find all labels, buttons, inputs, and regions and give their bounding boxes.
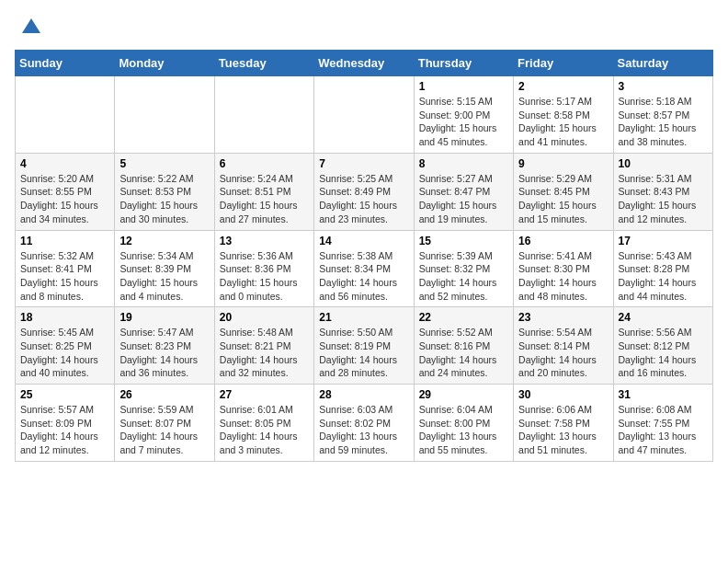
weekday-header-wednesday: Wednesday	[314, 51, 414, 76]
day-number: 19	[119, 311, 209, 324]
day-number: 11	[20, 235, 109, 247]
calendar-cell: 15Sunrise: 5:39 AMSunset: 8:32 PMDayligh…	[414, 230, 513, 307]
weekday-header-friday: Friday	[514, 51, 613, 76]
day-content: Sunrise: 6:06 AMSunset: 7:58 PMDaylight:…	[518, 403, 608, 457]
day-number: 21	[319, 311, 408, 324]
calendar-cell: 10Sunrise: 5:31 AMSunset: 8:43 PMDayligh…	[613, 153, 712, 230]
calendar-cell: 7Sunrise: 5:25 AMSunset: 8:49 PMDaylight…	[314, 153, 414, 230]
day-number: 2	[518, 80, 608, 93]
day-number: 23	[518, 311, 608, 324]
day-content: Sunrise: 6:08 AMSunset: 7:55 PMDaylight:…	[619, 403, 708, 457]
day-content: Sunrise: 6:03 AMSunset: 8:02 PMDaylight:…	[319, 403, 408, 457]
calendar-cell: 16Sunrise: 5:41 AMSunset: 8:30 PMDayligh…	[514, 230, 613, 307]
day-number: 20	[220, 311, 309, 324]
calendar-cell: 13Sunrise: 5:36 AMSunset: 8:36 PMDayligh…	[214, 230, 313, 307]
day-number: 30	[518, 388, 608, 401]
calendar-cell: 2Sunrise: 5:17 AMSunset: 8:58 PMDaylight…	[514, 76, 613, 154]
day-number: 31	[619, 388, 708, 401]
calendar-cell: 17Sunrise: 5:43 AMSunset: 8:28 PMDayligh…	[613, 230, 712, 307]
logo	[15, 15, 44, 40]
calendar-cell: 25Sunrise: 5:57 AMSunset: 8:09 PMDayligh…	[16, 385, 115, 462]
day-content: Sunrise: 5:43 AMSunset: 8:28 PMDaylight:…	[619, 249, 708, 304]
weekday-header-sunday: Sunday	[16, 51, 115, 76]
calendar-cell: 20Sunrise: 5:48 AMSunset: 8:21 PMDayligh…	[214, 307, 313, 385]
day-number: 8	[419, 157, 508, 170]
calendar-cell	[115, 76, 214, 154]
calendar-cell: 5Sunrise: 5:22 AMSunset: 8:53 PMDaylight…	[115, 153, 214, 230]
day-number: 18	[20, 311, 109, 324]
day-number: 1	[419, 80, 508, 93]
day-content: Sunrise: 5:20 AMSunset: 8:55 PMDaylight:…	[20, 172, 109, 226]
day-number: 27	[220, 388, 309, 401]
day-number: 15	[419, 235, 508, 247]
day-content: Sunrise: 5:34 AMSunset: 8:39 PMDaylight:…	[119, 249, 209, 304]
calendar-cell: 29Sunrise: 6:04 AMSunset: 8:00 PMDayligh…	[414, 385, 513, 462]
day-number: 5	[119, 157, 209, 170]
day-content: Sunrise: 6:04 AMSunset: 8:00 PMDaylight:…	[419, 403, 508, 457]
day-content: Sunrise: 5:17 AMSunset: 8:58 PMDaylight:…	[518, 95, 608, 149]
day-number: 10	[619, 157, 708, 170]
day-content: Sunrise: 5:50 AMSunset: 8:19 PMDaylight:…	[319, 326, 408, 380]
calendar-cell: 4Sunrise: 5:20 AMSunset: 8:55 PMDaylight…	[16, 153, 115, 230]
calendar-cell: 6Sunrise: 5:24 AMSunset: 8:51 PMDaylight…	[214, 153, 313, 230]
day-content: Sunrise: 5:59 AMSunset: 8:07 PMDaylight:…	[119, 403, 209, 457]
logo-icon	[18, 15, 44, 40]
day-content: Sunrise: 5:15 AMSunset: 9:00 PMDaylight:…	[419, 95, 508, 149]
day-content: Sunrise: 5:36 AMSunset: 8:36 PMDaylight:…	[220, 249, 309, 304]
day-content: Sunrise: 5:41 AMSunset: 8:30 PMDaylight:…	[518, 249, 608, 304]
day-content: Sunrise: 5:29 AMSunset: 8:45 PMDaylight:…	[518, 172, 608, 226]
calendar-cell: 3Sunrise: 5:18 AMSunset: 8:57 PMDaylight…	[613, 76, 712, 154]
day-content: Sunrise: 5:25 AMSunset: 8:49 PMDaylight:…	[319, 172, 408, 226]
calendar-cell: 22Sunrise: 5:52 AMSunset: 8:16 PMDayligh…	[414, 307, 513, 385]
day-number: 24	[619, 311, 708, 324]
day-content: Sunrise: 5:45 AMSunset: 8:25 PMDaylight:…	[20, 326, 109, 380]
day-number: 17	[619, 235, 708, 247]
day-number: 4	[20, 157, 109, 170]
calendar-cell: 23Sunrise: 5:54 AMSunset: 8:14 PMDayligh…	[514, 307, 613, 385]
weekday-header-saturday: Saturday	[613, 51, 712, 76]
calendar-header: SundayMondayTuesdayWednesdayThursdayFrid…	[16, 51, 713, 76]
calendar-cell: 1Sunrise: 5:15 AMSunset: 9:00 PMDaylight…	[414, 76, 513, 154]
day-content: Sunrise: 5:27 AMSunset: 8:47 PMDaylight:…	[419, 172, 508, 226]
day-content: Sunrise: 5:57 AMSunset: 8:09 PMDaylight:…	[20, 403, 109, 457]
day-number: 25	[20, 388, 109, 401]
calendar-cell: 8Sunrise: 5:27 AMSunset: 8:47 PMDaylight…	[414, 153, 513, 230]
calendar-cell: 30Sunrise: 6:06 AMSunset: 7:58 PMDayligh…	[514, 385, 613, 462]
day-number: 28	[319, 388, 408, 401]
calendar-cell: 18Sunrise: 5:45 AMSunset: 8:25 PMDayligh…	[16, 307, 115, 385]
calendar-cell: 21Sunrise: 5:50 AMSunset: 8:19 PMDayligh…	[314, 307, 414, 385]
calendar-cell: 27Sunrise: 6:01 AMSunset: 8:05 PMDayligh…	[214, 385, 313, 462]
day-content: Sunrise: 5:38 AMSunset: 8:34 PMDaylight:…	[319, 249, 408, 304]
calendar-cell: 24Sunrise: 5:56 AMSunset: 8:12 PMDayligh…	[613, 307, 712, 385]
day-number: 14	[319, 235, 408, 247]
calendar-cell: 26Sunrise: 5:59 AMSunset: 8:07 PMDayligh…	[115, 385, 214, 462]
day-content: Sunrise: 5:47 AMSunset: 8:23 PMDaylight:…	[119, 326, 209, 380]
calendar-cell: 14Sunrise: 5:38 AMSunset: 8:34 PMDayligh…	[314, 230, 414, 307]
day-content: Sunrise: 5:52 AMSunset: 8:16 PMDaylight:…	[419, 326, 508, 380]
day-number: 16	[518, 235, 608, 247]
day-number: 13	[220, 235, 309, 247]
weekday-header-thursday: Thursday	[414, 51, 513, 76]
day-content: Sunrise: 6:01 AMSunset: 8:05 PMDaylight:…	[220, 403, 309, 457]
day-number: 26	[119, 388, 209, 401]
calendar-cell	[314, 76, 414, 154]
day-number: 12	[119, 235, 209, 247]
day-number: 9	[518, 157, 608, 170]
day-content: Sunrise: 5:56 AMSunset: 8:12 PMDaylight:…	[619, 326, 708, 380]
day-number: 29	[419, 388, 508, 401]
day-number: 22	[419, 311, 508, 324]
calendar-cell: 19Sunrise: 5:47 AMSunset: 8:23 PMDayligh…	[115, 307, 214, 385]
day-content: Sunrise: 5:18 AMSunset: 8:57 PMDaylight:…	[619, 95, 708, 149]
page-header	[15, 15, 713, 40]
day-number: 6	[220, 157, 309, 170]
calendar-cell: 31Sunrise: 6:08 AMSunset: 7:55 PMDayligh…	[613, 385, 712, 462]
svg-marker-0	[22, 18, 40, 33]
day-number: 3	[619, 80, 708, 93]
day-content: Sunrise: 5:32 AMSunset: 8:41 PMDaylight:…	[20, 249, 109, 304]
calendar-cell: 28Sunrise: 6:03 AMSunset: 8:02 PMDayligh…	[314, 385, 414, 462]
calendar-cell: 9Sunrise: 5:29 AMSunset: 8:45 PMDaylight…	[514, 153, 613, 230]
weekday-header-tuesday: Tuesday	[214, 51, 313, 76]
day-content: Sunrise: 5:24 AMSunset: 8:51 PMDaylight:…	[220, 172, 309, 226]
calendar-cell: 12Sunrise: 5:34 AMSunset: 8:39 PMDayligh…	[115, 230, 214, 307]
day-content: Sunrise: 5:48 AMSunset: 8:21 PMDaylight:…	[220, 326, 309, 380]
